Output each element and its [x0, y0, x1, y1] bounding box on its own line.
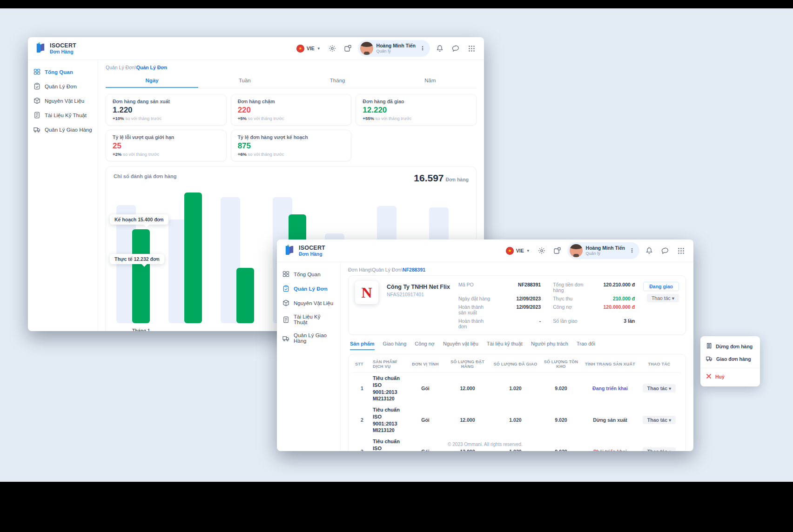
- pause-icon: [706, 343, 712, 350]
- sidebar-item-quan-ly-don[interactable]: Quản Lý Đơn: [277, 281, 340, 296]
- field-label: Hoàn thành sản xuất: [458, 304, 492, 315]
- sidebar-item-label: Nguyên Vật Liệu: [45, 98, 84, 104]
- user-name: Hoàng Minh Tiến: [586, 245, 625, 251]
- brand[interactable]: ISOCERT Đơn Hàng: [34, 42, 76, 55]
- sidebar-item-nguyen-vat-lieu[interactable]: Nguyên Vật Liệu: [28, 93, 98, 108]
- company-code: NFAS210917401: [387, 292, 450, 297]
- tab-trao-doi[interactable]: Trao đổi: [577, 341, 595, 350]
- sidebar-item-tong-quan[interactable]: Tổng Quan: [277, 267, 340, 281]
- workspace-icon[interactable]: [342, 42, 354, 54]
- actual-bar: [236, 268, 254, 323]
- field-label: Số lần giao: [553, 318, 586, 329]
- sidebar-item-quan-ly-don[interactable]: Quản Lý Đơn: [28, 79, 98, 93]
- company-name: Công Ty TNHH Net Flix: [387, 284, 450, 290]
- row-action-button[interactable]: Thao tác ▾: [643, 447, 676, 451]
- workspace-icon[interactable]: [551, 245, 564, 257]
- stat-delta: +10% so với tháng trước: [113, 116, 220, 121]
- sidebar-nav: Tổng Quan Quản Lý Đơn Nguyên Vật Liệu Tà…: [28, 60, 98, 331]
- row-action-button[interactable]: Thao tác ▾: [643, 416, 676, 424]
- stat-card: Đơn hàng đã giao 12.220 +55% so với thán…: [356, 94, 477, 126]
- tab-ngay[interactable]: Ngày: [106, 74, 198, 88]
- app-module: Đơn Hàng: [299, 251, 325, 257]
- avatar: [570, 244, 583, 257]
- field-value: 210.000 đ: [598, 296, 635, 301]
- sidebar-item-label: Quản Lý Đơn: [45, 84, 77, 89]
- stat-title: Tỷ lệ lỗi vượt quá giới hạn: [113, 134, 220, 140]
- language-selector[interactable]: ★ VIE ▼: [296, 45, 321, 53]
- menu-item-huy[interactable]: Huỷ: [700, 371, 760, 383]
- chevron-down-icon: ▼: [317, 47, 321, 51]
- row-action-button[interactable]: Thao tác ▾: [643, 384, 676, 392]
- chat-icon[interactable]: [659, 245, 671, 257]
- user-menu[interactable]: Hoàng Minh Tiến Quản lý ⋮: [567, 242, 639, 259]
- tab-nam[interactable]: Năm: [384, 74, 477, 88]
- sidebar-item-tai-lieu-ky-thuat[interactable]: Tài Liệu Kỹ Thuật: [28, 108, 98, 122]
- tab-giao-hang[interactable]: Giao hàng: [383, 341, 407, 350]
- sidebar-item-tai-lieu-ky-thuat[interactable]: Tài Liệu Kỹ Thuật: [277, 310, 340, 329]
- app-module: Đơn Hàng: [50, 49, 76, 54]
- brand[interactable]: ISOCERT Đơn Hàng: [283, 244, 325, 258]
- actual-bar: [184, 193, 202, 323]
- col-header-stock: SỐ LƯỢNG TỒN KHO: [539, 355, 583, 372]
- stat-title: Đơn hàng đang sản xuất: [113, 99, 220, 104]
- user-name: Hoàng Minh Tiến: [376, 43, 416, 49]
- sidebar-item-tong-quan[interactable]: Tổng Quan: [28, 65, 98, 79]
- tab-san-pham[interactable]: Sản phẩm: [350, 341, 375, 350]
- sidebar-item-label: Tài Liệu Kỹ Thuật: [294, 314, 335, 325]
- stat-delta: +55% so với tháng trước: [363, 116, 470, 121]
- stat-value: 25: [113, 141, 220, 151]
- table-row[interactable]: 2 Tiêu chuẩn ISO 9001:2013MI213120 Gói 1…: [353, 404, 681, 436]
- window-order-detail: ISOCERT Đơn Hàng ★ VIE ▼ Hoàng Minh Tiến: [277, 239, 693, 451]
- menu-item-dung-don-hang[interactable]: Dừng đơn hàng: [700, 340, 760, 352]
- chat-icon[interactable]: [450, 42, 462, 54]
- user-menu[interactable]: Hoàng Minh Tiến Quản lý ⋮: [358, 40, 430, 57]
- chart-x-label: Tháng 1: [132, 328, 150, 331]
- language-label: VIE: [516, 248, 524, 253]
- language-selector[interactable]: ★ VIE ▼: [506, 247, 530, 255]
- stat-card: Tỷ lệ đơn hàng vượt kế hoạch 875 +6% so …: [231, 130, 352, 161]
- field-label: Thực thu: [553, 296, 586, 301]
- tab-nguoi-phu-trach[interactable]: Người phụ trách: [531, 341, 568, 350]
- field-label: Ngày đặt hàng: [458, 296, 492, 301]
- chart-tooltip-actual: Thực tế 12.232 đơn: [110, 254, 164, 264]
- settings-gear-icon[interactable]: [536, 245, 548, 257]
- app-name: ISOCERT: [50, 42, 76, 49]
- app-name: ISOCERT: [299, 245, 325, 251]
- field-value: 120.210.000 đ: [598, 282, 635, 293]
- tab-tai-lieu-ky-thuat[interactable]: Tài liệu kỹ thuật: [487, 341, 523, 350]
- field-label: Công nợ: [553, 304, 586, 315]
- apps-grid-icon[interactable]: [675, 245, 687, 257]
- more-vertical-icon[interactable]: ⋮: [628, 247, 636, 254]
- tab-cong-no[interactable]: Công nợ: [415, 341, 435, 350]
- avatar: [360, 42, 373, 55]
- order-summary-card: N Công Ty TNHH Net Flix NFAS210917401 Mã…: [348, 275, 686, 335]
- row-context-menu: Dừng đơn hàng Giao đơn hàng Huỷ: [700, 336, 760, 386]
- status-badge[interactable]: Đang giao: [643, 282, 679, 291]
- stat-delta: +5% so với tháng trước: [238, 116, 345, 121]
- order-action-button[interactable]: Thao tác ▾: [647, 294, 679, 302]
- notification-bell-icon[interactable]: [434, 42, 446, 54]
- more-vertical-icon[interactable]: ⋮: [419, 45, 426, 52]
- settings-gear-icon[interactable]: [326, 42, 338, 54]
- products-table: STT SẢN PHẨM/ DỊCH VỤ ĐƠN VỊ TÍNH SỐ LƯỢ…: [353, 355, 681, 451]
- menu-item-giao-don-hang[interactable]: Giao đơn hàng: [700, 352, 760, 366]
- col-header-unit: ĐƠN VỊ TÍNH: [407, 355, 444, 372]
- field-value: NF288391: [504, 282, 541, 293]
- notification-bell-icon[interactable]: [643, 245, 655, 257]
- stat-value: 1.220: [113, 106, 220, 115]
- sidebar-item-nguyen-vat-lieu[interactable]: Nguyên Vật Liệu: [277, 296, 340, 310]
- menu-divider: [700, 368, 760, 368]
- field-label: Hoàn thành đơn: [458, 318, 492, 329]
- sidebar-item-quan-ly-giao-hang[interactable]: Quản Lý Giao Hàng: [277, 329, 340, 347]
- tab-thang[interactable]: Tháng: [291, 74, 384, 88]
- tab-nguyen-vat-lieu[interactable]: Nguyên vật liệu: [443, 341, 478, 350]
- stat-value: 875: [238, 141, 345, 151]
- sidebar-item-quan-ly-giao-hang[interactable]: Quản Lý Giao Hàng: [28, 122, 98, 137]
- stat-card: Đơn hàng chậm 220 +5% so với tháng trước: [231, 94, 352, 126]
- table-row[interactable]: 1 Tiêu chuẩn ISO 9001:2013MI213120 Gói 1…: [353, 372, 681, 405]
- apps-grid-icon[interactable]: [465, 42, 477, 54]
- bar-group: [168, 187, 205, 323]
- status-text: Phải triển khai: [593, 449, 627, 451]
- language-label: VIE: [307, 46, 315, 51]
- tab-tuan[interactable]: Tuần: [198, 74, 291, 88]
